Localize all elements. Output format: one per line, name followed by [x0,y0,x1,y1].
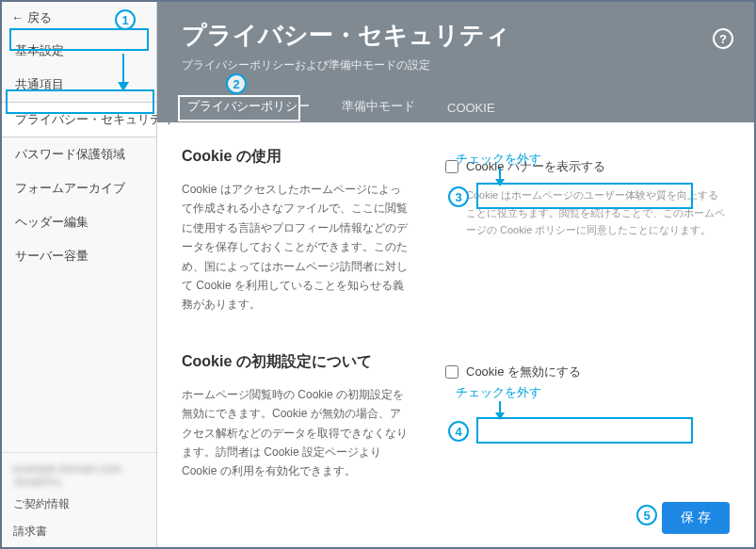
sidebar: ← 戻る 基本設定 共通項目 プライバシー・セキュリティ パスワード保護領域 フ… [2,2,157,547]
plan-label: JimdoPro [13,476,145,489]
section-cookie-init: Cookie の初期設定について ホームページ閲覧時の Cookie の初期設定… [182,352,730,481]
tab-privacy-policy[interactable]: プライバシーポリシー [182,90,315,122]
section-heading: Cookie の使用 [182,147,408,167]
help-icon: ? [719,32,727,46]
sidebar-item-password[interactable]: パスワード保護領域 [2,137,156,171]
checkbox-show-banner[interactable]: Cookie バナーを表示する [436,153,730,181]
page-subtitle: プライバシーポリシーおよび準備中モードの設定 [182,57,730,73]
back-button[interactable]: ← 戻る [11,10,52,24]
sidebar-nav: 基本設定 共通項目 プライバシー・セキュリティ パスワード保護領域 フォームアー… [2,34,156,273]
checkbox-label: Cookie バナーを表示する [466,158,605,175]
header: プライバシー・セキュリティ プライバシーポリシーおよび準備中モードの設定 プライ… [157,2,754,122]
sidebar-item-server[interactable]: サーバー容量 [2,239,156,273]
main: プライバシー・セキュリティ プライバシーポリシーおよび準備中モードの設定 プライ… [157,2,754,547]
save-button[interactable]: 保 存 [662,502,730,534]
footer: 保 存 [157,502,754,547]
contract-link[interactable]: ご契約情報 [13,489,145,516]
sidebar-item-privacy[interactable]: プライバシー・セキュリティ [2,102,156,137]
help-button[interactable]: ? [713,28,733,49]
tabs: プライバシーポリシー 準備中モード COOKIE [182,90,730,122]
tab-maintenance[interactable]: 準備中モード [336,90,421,122]
back-label: 戻る [27,10,52,24]
section-cookie-use: Cookie の使用 Cookie はアクセスしたホームページによって作成される… [182,147,730,315]
sidebar-item-header[interactable]: ヘッダー編集 [2,205,156,239]
section-body: ホームページ閲覧時の Cookie の初期設定を無効にできます。Cookie が… [182,385,408,481]
checkbox-input[interactable] [445,365,458,379]
checkbox-hint: Cookie はホームページのユーザー体験や質を向上することに役立ちます。閲覧を… [436,181,730,239]
sidebar-item-basic[interactable]: 基本設定 [2,34,156,68]
content: Cookie の使用 Cookie はアクセスしたホームページによって作成される… [157,122,754,502]
sidebar-item-common[interactable]: 共通項目 [2,68,156,102]
sidebar-footer: example-domain.com JimdoPro ご契約情報 請求書 [2,452,156,547]
section-heading: Cookie の初期設定について [182,352,408,372]
section-body: Cookie はアクセスしたホームページによって作成される小さなファイルで、ここ… [182,180,408,315]
sidebar-item-form[interactable]: フォームアーカイブ [2,171,156,205]
checkbox-disable-cookie[interactable]: Cookie を無効にする [436,358,730,386]
domain-label: example-domain.com [13,462,145,476]
checkbox-label: Cookie を無効にする [466,363,581,380]
page-title: プライバシー・セキュリティ [182,19,730,52]
checkbox-input[interactable] [445,160,458,173]
invoice-link[interactable]: 請求書 [13,516,145,543]
tab-cookie[interactable]: COOKIE [442,93,501,122]
